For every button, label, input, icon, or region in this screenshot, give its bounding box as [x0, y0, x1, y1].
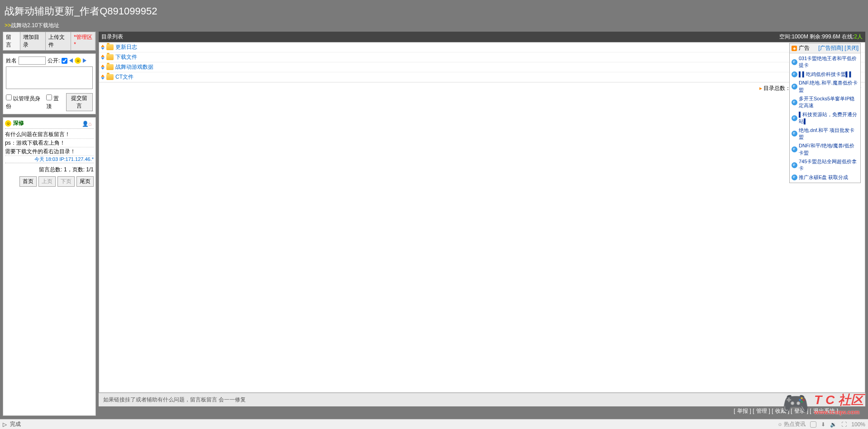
ie-icon [792, 84, 797, 90]
pager: 首页 上页 下页 尾页 [5, 176, 94, 187]
ad-close[interactable]: [关闭] [844, 45, 858, 51]
msg-stats: 留言总数: 1，页数: 1/1 [5, 166, 94, 174]
pager-prev[interactable]: 上页 [38, 176, 56, 187]
public-checkbox[interactable] [62, 58, 67, 64]
tab-admin[interactable]: *管理区* [71, 32, 95, 50]
ad-item[interactable]: DNF.绝地.和平.魔兽低价卡盟 [791, 79, 859, 94]
submit-message-button[interactable]: 提交留言 [66, 93, 93, 111]
ad-item[interactable]: 745卡盟总站全网超低价拿卡 [791, 157, 859, 173]
admin-checkbox[interactable] [6, 94, 12, 100]
status-bar: ▷ 完成 ☼ 热点资讯 ⬇ 🔉 ⛶ 100% [0, 419, 868, 429]
public-label: 公开: [48, 57, 60, 65]
link-fav[interactable]: 收藏 [775, 408, 786, 414]
message-textarea[interactable] [6, 66, 93, 89]
link-login[interactable]: 登录 [794, 408, 805, 414]
ie-icon [792, 146, 797, 152]
ad-item[interactable]: 绝地.dnf.和平 项目批发卡盟 [791, 126, 859, 142]
ad-box: ◈ 广告 [广告招商] [关闭] 031卡盟绝地王者和平低价提卡 ▌▌吃鸡低价科… [789, 43, 861, 183]
link-exit[interactable]: 退出系统 [813, 408, 835, 414]
sort-icon[interactable] [101, 55, 105, 60]
sort-icon[interactable] [101, 75, 105, 80]
message-form: 姓名 公开: ☺ 以管理员身份 置顶 提交留言 [3, 53, 96, 114]
ad-recruit[interactable]: [广告招商] [818, 45, 843, 51]
ad-title: 广告 [799, 44, 810, 52]
file-row[interactable]: 战舞动游戏数据 [99, 62, 865, 72]
left-tabs: 留 言 增加目录 上传文件 *管理区* [3, 32, 96, 51]
tab-upload[interactable]: 上传文件 [46, 32, 71, 50]
name-input[interactable] [19, 57, 46, 65]
status-done: 完成 [10, 420, 21, 428]
folder-link[interactable]: 战舞动游戏数据 [115, 63, 153, 71]
status-expand-icon[interactable]: ⛶ [841, 421, 847, 428]
ie-icon [792, 174, 797, 180]
breadcrumb-arrows: >> [5, 22, 11, 28]
ie-icon [792, 99, 797, 105]
count-label: 目录总数： [763, 85, 791, 91]
tab-add-dir[interactable]: 增加目录 [20, 32, 46, 50]
footer-notice: 如果链接挂了或者辅助有什么问题，留言板留言 会一一修复 [99, 393, 865, 406]
ad-item[interactable]: DNF/和平/绝地/魔兽/低价卡盟 [791, 141, 859, 157]
ad-item[interactable]: ▌科技资源站，免费开通分站▌ [791, 110, 859, 126]
msg-smiley-icon: ☺ [5, 120, 11, 127]
msg-time: 今天 18:03 IP:171.127.46.* [5, 156, 94, 163]
ad-item[interactable]: 031卡盟绝地王者和平低价提卡 [791, 54, 859, 70]
page-title: 战舞动辅助更新_作者Q891099952 [5, 5, 863, 18]
pager-next[interactable]: 下页 [57, 176, 75, 187]
status-play-icon[interactable]: ▷ [3, 421, 7, 428]
ie-icon [792, 115, 797, 121]
pager-last[interactable]: 尾页 [76, 176, 94, 187]
space-info: 空间:1000M 剩余:999.6M 在线: [779, 33, 854, 40]
ad-item[interactable]: 多开王Socks5单窗单IP稳定高速 [791, 94, 859, 110]
ie-icon [792, 59, 797, 65]
pager-first[interactable]: 首页 [19, 176, 37, 187]
ie-icon [792, 131, 797, 137]
folder-icon [106, 74, 114, 80]
ie-icon [792, 162, 797, 168]
sort-icon[interactable] [101, 65, 105, 70]
sort-icon[interactable] [101, 45, 105, 50]
online-count: 2人 [854, 33, 863, 40]
file-row[interactable]: 更新日志 [99, 42, 865, 52]
pin-checkbox[interactable] [46, 94, 52, 100]
file-row[interactable]: CT文件 [99, 72, 865, 82]
ad-item[interactable]: ▌▌吃鸡低价科技卡盟▌▌ [791, 70, 859, 79]
bottom-links: [举报] [管理] [收藏] [登录] [退出系统] [99, 406, 865, 416]
list-footer: ▸ 目录总数： 4 增加目录 ↻ 刷新目录 [99, 82, 865, 94]
list-header: 目录列表 空间:1000M 剩余:999.6M 在线:2人 [99, 32, 865, 42]
name-label: 姓名 [6, 57, 17, 65]
next-emoji-icon[interactable] [83, 58, 86, 63]
msg-author: 深修 [13, 119, 24, 127]
tab-message[interactable]: 留 言 [3, 32, 20, 50]
folder-link[interactable]: CT文件 [115, 73, 134, 81]
folder-icon [106, 44, 114, 50]
folder-link[interactable]: 更新日志 [115, 43, 137, 51]
status-download-icon[interactable]: ⬇ [821, 421, 825, 428]
status-hotspot-icon[interactable]: ☼ 热点资讯 [777, 420, 806, 428]
rss-icon: ◈ [792, 46, 797, 51]
link-admin[interactable]: 管理 [756, 408, 767, 414]
file-list: 更新日志 下载文件 战舞动游戏数据 CT文件 ▸ 目录总数： 4 增加目录 ↻ … [99, 42, 865, 393]
breadcrumb-link[interactable]: 战舞动2.10下载地址 [11, 22, 59, 28]
smiley-icon[interactable]: ☺ [75, 57, 81, 64]
file-row[interactable]: 下载文件 [99, 52, 865, 62]
status-icon-1[interactable] [810, 421, 816, 428]
status-speaker-icon[interactable]: 🔉 [830, 421, 837, 428]
breadcrumb: >>战舞动2.10下载地址 [5, 22, 863, 29]
pin-checkbox-label[interactable]: 置顶 [46, 94, 63, 110]
link-report[interactable]: 举报 [737, 408, 748, 414]
admin-checkbox-label[interactable]: 以管理员身份 [6, 94, 43, 110]
person-icon[interactable]: 👤 [82, 121, 87, 126]
folder-link[interactable]: 下载文件 [115, 53, 137, 61]
message-board: ☺ 深修 👤 ⌂ 有什么问题在留言板留言！ ps：游戏下载看左上角！ 需要下载文… [3, 117, 96, 416]
home-icon[interactable]: ⌂ [88, 121, 94, 126]
msg-body: 有什么问题在留言板留言！ ps：游戏下载看左上角！ 需要下载文件的看右边目录！ [5, 130, 94, 156]
folder-icon [106, 64, 114, 70]
ie-icon [792, 71, 797, 77]
prev-emoji-icon[interactable] [69, 58, 73, 63]
ad-item[interactable]: 推广永硕E盘 获取分成 [791, 173, 859, 182]
status-zoom[interactable]: 100% [851, 421, 865, 428]
folder-icon [106, 54, 114, 60]
list-title: 目录列表 [101, 33, 123, 41]
